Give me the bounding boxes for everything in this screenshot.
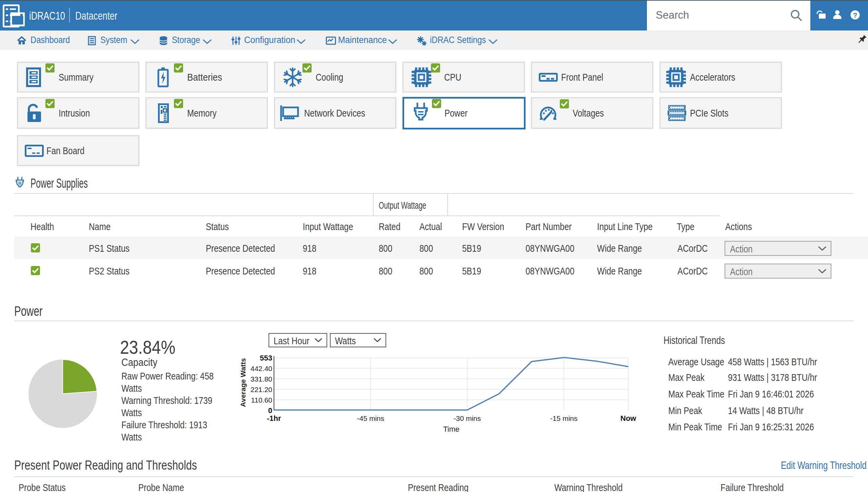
svg-text:?: ? <box>853 11 857 19</box>
